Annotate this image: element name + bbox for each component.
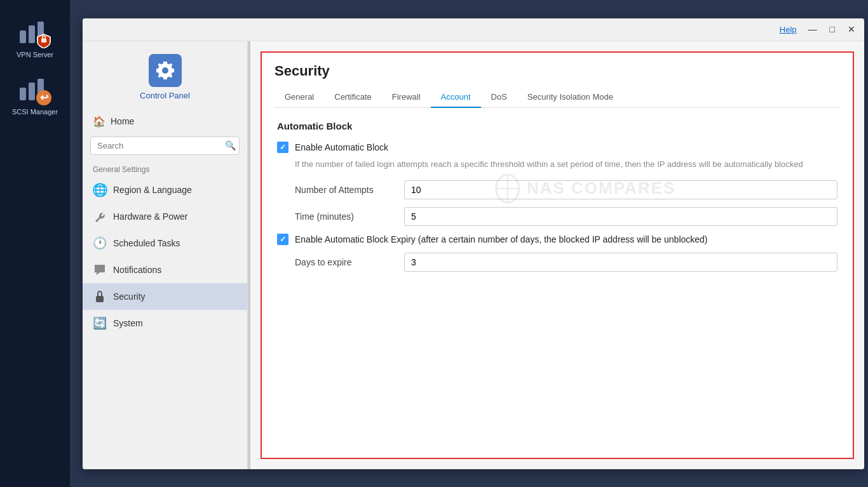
tab-account[interactable]: Account <box>431 87 481 108</box>
chat-icon <box>93 263 107 277</box>
main-area: Help — □ ✕ Control Panel <box>70 0 868 487</box>
tab-dos[interactable]: DoS <box>481 87 517 108</box>
taskbar-item-scsi-manager[interactable]: ↩ SCSI Manager <box>0 70 70 121</box>
expiry-checkmark-icon: ✓ <box>280 235 286 244</box>
taskbar-vpn-label: VPN Server <box>17 51 53 58</box>
time-minutes-input[interactable] <box>404 207 837 226</box>
titlebar: Help — □ ✕ <box>83 18 864 41</box>
content-box: Security General Certificate Firewall <box>261 51 854 459</box>
sidebar-home-label: Home <box>111 116 134 126</box>
svg-rect-5 <box>20 88 26 100</box>
search-input[interactable] <box>90 137 240 155</box>
num-attempts-input[interactable] <box>404 180 837 199</box>
sidebar-item-region-language-label: Region & Language <box>113 185 192 195</box>
page-title: Security <box>275 63 840 79</box>
sidebar-item-scheduled-tasks-label: Scheduled Tasks <box>113 238 180 248</box>
enable-auto-block-checkbox[interactable]: ✓ <box>277 142 288 153</box>
window-controls: — □ ✕ <box>804 23 859 35</box>
tab-certificate[interactable]: Certificate <box>324 87 382 108</box>
sidebar-item-system[interactable]: 🔄 System <box>83 310 247 337</box>
sidebar-item-home[interactable]: 🏠 Home <box>83 110 247 133</box>
home-icon: 🏠 <box>93 116 105 128</box>
days-expire-row: Days to expire <box>277 253 837 272</box>
sidebar-item-notifications[interactable]: Notifications <box>83 257 247 283</box>
help-link[interactable]: Help <box>780 25 797 34</box>
sidebar-item-system-label: System <box>113 318 143 328</box>
enable-expiry-checkbox[interactable]: ✓ <box>277 234 288 245</box>
sidebar-item-notifications-label: Notifications <box>113 265 161 275</box>
svg-text:↩: ↩ <box>40 92 49 103</box>
svg-rect-1 <box>29 25 35 43</box>
days-expire-label: Days to expire <box>277 257 404 267</box>
lock-icon <box>93 290 107 304</box>
wrench-icon <box>93 210 107 223</box>
vpn-icon <box>18 18 51 48</box>
control-panel-icon <box>149 54 182 87</box>
enable-expiry-row: ✓ Enable Automatic Block Expiry (after a… <box>277 234 837 245</box>
content-body: Automatic Block ✓ Enable Automatic Block… <box>262 108 853 458</box>
enable-auto-block-row: ✓ Enable Automatic Block <box>277 142 837 153</box>
num-attempts-row: Number of Attempts <box>277 180 837 199</box>
restore-button[interactable]: □ <box>826 23 839 35</box>
taskbar: VPN Server ↩ SCSI Manager <box>0 0 70 487</box>
sidebar-item-region-language[interactable]: 🌐 Region & Language <box>83 177 247 203</box>
days-expire-input[interactable] <box>404 253 837 272</box>
sidebar-logo-label: Control Panel <box>140 91 190 100</box>
sidebar-item-hardware-power[interactable]: Hardware & Power <box>83 203 247 230</box>
globe-icon: 🌐 <box>93 183 107 197</box>
clock-icon: 🕐 <box>93 236 107 250</box>
content-header: Security General Certificate Firewall <box>262 53 853 108</box>
auto-block-description: If the number of failed login attempts r… <box>295 158 837 171</box>
num-attempts-label: Number of Attempts <box>277 185 404 195</box>
main-panel: Security General Certificate Firewall <box>250 41 864 469</box>
taskbar-item-vpn-server[interactable]: VPN Server <box>0 13 70 63</box>
tab-general[interactable]: General <box>275 87 324 108</box>
svg-rect-10 <box>96 296 104 302</box>
time-minutes-label: Time (minutes) <box>277 211 404 222</box>
sidebar-section-label: General Settings <box>83 159 247 177</box>
time-minutes-row: Time (minutes) <box>277 207 837 226</box>
svg-rect-0 <box>20 30 26 43</box>
sidebar-item-scheduled-tasks[interactable]: 🕐 Scheduled Tasks <box>83 230 247 257</box>
tab-firewall[interactable]: Firewall <box>382 87 431 108</box>
enable-expiry-label: Enable Automatic Block Expiry (after a c… <box>295 234 708 244</box>
taskbar-scsi-label: SCSI Manager <box>12 108 58 116</box>
enable-auto-block-label: Enable Automatic Block <box>295 142 388 152</box>
sidebar-item-security[interactable]: Security <box>83 283 247 310</box>
search-button[interactable]: 🔍 <box>225 140 236 150</box>
window-body: Control Panel 🏠 Home 🔍 General Settings … <box>83 41 864 469</box>
tab-security-isolation-mode[interactable]: Security Isolation Mode <box>517 87 623 108</box>
content-body-inner: Automatic Block ✓ Enable Automatic Block… <box>277 121 837 272</box>
sync-icon: 🔄 <box>93 316 107 330</box>
checkmark-icon: ✓ <box>280 143 286 152</box>
close-button[interactable]: ✕ <box>844 23 859 35</box>
sidebar: Control Panel 🏠 Home 🔍 General Settings … <box>83 41 248 469</box>
sidebar-logo: Control Panel <box>83 48 247 110</box>
sidebar-item-security-label: Security <box>113 291 146 302</box>
section-title: Automatic Block <box>277 121 837 131</box>
sidebar-item-hardware-power-label: Hardware & Power <box>113 211 188 222</box>
search-wrap: 🔍 <box>90 137 240 155</box>
window: Help — □ ✕ Control Panel <box>83 18 864 469</box>
scsi-icon: ↩ <box>18 75 51 105</box>
svg-rect-6 <box>29 83 35 100</box>
minimize-button[interactable]: — <box>804 23 821 35</box>
tabs: General Certificate Firewall Account <box>275 87 840 108</box>
